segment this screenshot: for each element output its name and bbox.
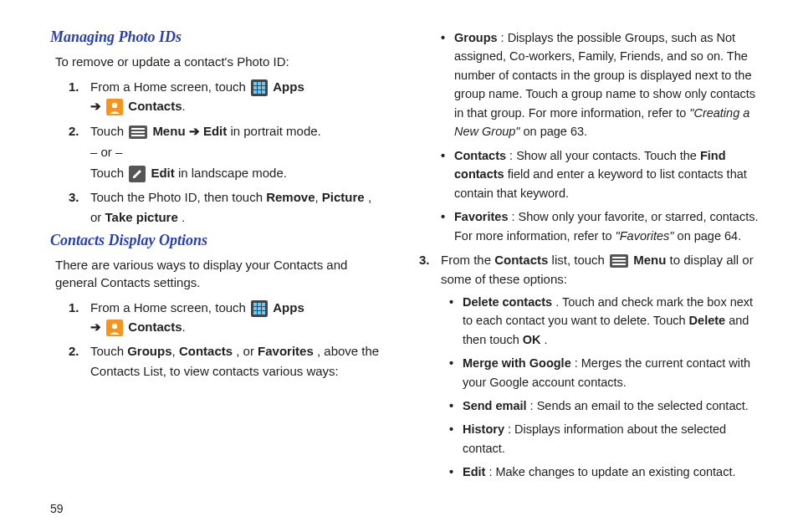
svg-rect-6: [262, 86, 265, 90]
bullet-list-2: Delete contacts . Touch and check mark t…: [449, 293, 765, 482]
bullet-list-1: Groups : Displays the possible Groups, s…: [441, 28, 765, 245]
arrow-icon: ➔: [189, 124, 203, 138]
svg-rect-25: [258, 311, 261, 315]
steps-list-3: From the Contacts list, touch Menu to di…: [419, 250, 765, 482]
step-1: From a Home screen, touch Apps ➔ Contact…: [69, 298, 382, 337]
favorites-label: Favorites: [454, 210, 508, 223]
heading-managing-photo-ids: Managing Photo IDs: [50, 28, 382, 46]
step-text: Touch the Photo ID, then touch: [90, 190, 266, 204]
bullet-edit: Edit : Make changes to update an existin…: [449, 463, 765, 481]
intro-text: There are various ways to display your C…: [55, 256, 382, 291]
svg-rect-14: [131, 131, 145, 133]
contacts-icon: [106, 320, 123, 336]
bullet-groups: Groups : Displays the possible Groups, s…: [441, 28, 765, 141]
bullet-send-email: Send email : Sends an email to the selec…: [449, 396, 765, 415]
contacts-label: Contacts: [128, 99, 182, 113]
bullet-text: on page 64.: [678, 229, 742, 243]
step-text: , or: [236, 344, 258, 358]
svg-rect-5: [258, 86, 261, 90]
step-text: From a Home screen, touch: [90, 300, 249, 315]
step-1: From a Home screen, touch Apps ➔ Contact…: [69, 77, 382, 116]
page: Managing Photo IDs To remove or update a…: [0, 0, 798, 532]
menu-label: Menu: [152, 124, 185, 138]
bullet-text: : Sends an email to the selected contact…: [530, 399, 749, 412]
step-text: From a Home screen, touch: [90, 79, 249, 94]
step-text: From the: [441, 253, 494, 267]
edit-label: Edit: [463, 465, 485, 478]
delete-contacts-label: Delete contacts: [463, 295, 552, 309]
step-text: in portrait mode.: [230, 124, 320, 138]
arrow-icon: ➔: [90, 99, 105, 113]
contacts-icon: [106, 99, 123, 115]
left-column: Managing Photo IDs To remove or update a…: [50, 25, 407, 515]
bullet-text: : Make changes to update an existing con…: [489, 465, 735, 478]
contacts-label: Contacts: [494, 253, 548, 267]
picture-label: Picture: [322, 190, 365, 204]
step-2: Touch Groups, Contacts , or Favorites , …: [69, 341, 382, 381]
svg-rect-1: [253, 82, 257, 85]
bullet-text: .: [545, 333, 548, 346]
ok-label: OK: [523, 333, 541, 346]
bullet-text: on page 63.: [524, 125, 588, 138]
bullet-favorites: Favorites : Show only your favorite, or …: [441, 207, 765, 245]
bullet-text: : Show all your contacts. Touch the: [509, 149, 700, 162]
steps-list-2: From a Home screen, touch Apps ➔ Contact…: [69, 298, 382, 381]
groups-label: Groups: [454, 31, 498, 44]
step-text: list, touch: [552, 253, 609, 267]
step-3: From the Contacts list, touch Menu to di…: [419, 250, 765, 482]
apps-label: Apps: [273, 300, 304, 315]
svg-rect-2: [258, 82, 261, 85]
svg-rect-22: [258, 307, 261, 310]
svg-rect-24: [253, 311, 257, 315]
step-text: Touch: [90, 124, 127, 138]
svg-rect-13: [131, 128, 145, 130]
merge-google-label: Merge with Google: [463, 356, 571, 370]
svg-rect-32: [612, 263, 626, 265]
svg-rect-7: [253, 90, 257, 94]
groups-label: Groups: [127, 344, 171, 358]
page-number: 59: [50, 502, 64, 515]
step-3: Touch the Photo ID, then touch Remove, P…: [69, 187, 382, 227]
heading-contacts-display-options: Contacts Display Options: [50, 232, 382, 249]
svg-rect-23: [262, 307, 265, 310]
svg-rect-8: [258, 90, 261, 94]
edit-label: Edit: [151, 166, 174, 180]
contacts-label: Contacts: [128, 320, 182, 334]
svg-rect-9: [262, 90, 265, 94]
svg-rect-30: [612, 257, 626, 258]
svg-point-11: [112, 103, 117, 108]
menu-icon: [610, 254, 628, 268]
send-email-label: Send email: [463, 399, 527, 412]
apps-icon: [251, 79, 268, 96]
or-text: – or –: [90, 142, 382, 161]
svg-rect-4: [253, 86, 257, 90]
svg-point-28: [112, 324, 117, 329]
take-picture-label: Take picture: [105, 210, 178, 224]
steps-list-1: From a Home screen, touch Apps ➔ Contact…: [69, 77, 382, 227]
apps-icon: [251, 300, 268, 317]
contacts-label: Contacts: [179, 344, 233, 358]
arrow-icon: ➔: [90, 320, 105, 334]
apps-label: Apps: [273, 79, 304, 94]
step-text: in landscape mode.: [178, 166, 287, 180]
menu-label: Menu: [633, 253, 666, 267]
svg-rect-21: [253, 307, 257, 310]
intro-text: To remove or update a contact's Photo ID…: [55, 53, 382, 70]
svg-rect-26: [262, 311, 265, 315]
svg-rect-15: [131, 135, 145, 136]
step-text: .: [182, 210, 185, 224]
svg-rect-31: [612, 260, 626, 262]
contacts-label: Contacts: [454, 149, 506, 162]
bullet-contacts: Contacts : Show all your contacts. Touch…: [441, 146, 765, 202]
delete-label: Delete: [689, 314, 726, 327]
step-2: Touch Menu ➔ Edit in portrait mode. – or…: [69, 121, 382, 183]
edit-icon: [129, 166, 146, 182]
svg-rect-19: [258, 303, 261, 306]
bullet-history: History : Displays information about the…: [449, 420, 765, 458]
right-column: Groups : Displays the possible Groups, s…: [407, 25, 765, 515]
svg-rect-20: [262, 303, 265, 306]
history-label: History: [463, 422, 504, 436]
remove-label: Remove: [266, 190, 315, 204]
bullet-merge-google: Merge with Google : Merges the current c…: [449, 354, 765, 391]
favorites-label: Favorites: [258, 344, 314, 358]
